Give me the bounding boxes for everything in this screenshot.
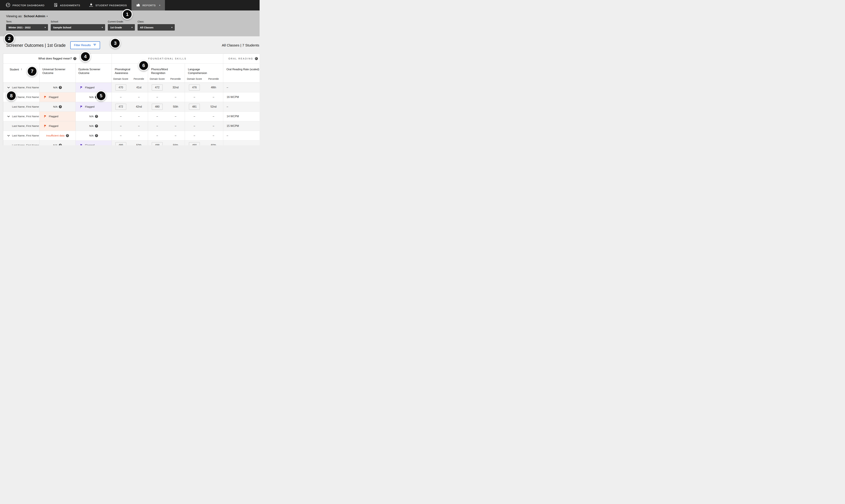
percentile-value: 32nd [166,83,185,92]
oral-reading-value: – [223,131,260,141]
nav-reports[interactable]: REPORTS ▾ [131,0,165,11]
help-icon[interactable]: ? [59,105,62,108]
percentile-value: – [130,92,148,102]
help-icon[interactable]: ? [59,144,62,145]
class-value: All Classes [140,26,154,29]
filter-icon [93,43,96,48]
help-icon[interactable]: ? [255,57,258,60]
annotation-badge-8: 8 [6,91,17,101]
filter-results-button[interactable]: Filter Results [70,41,100,49]
percentile-value: – [204,92,223,102]
nav-label: ASSIGNMENTS [60,4,80,7]
na-label: N/A [53,86,58,89]
student-name: Last Name, First Name [12,144,39,145]
chevron-down-icon: ▾ [47,15,48,17]
grade-select[interactable]: 1st Grade ▾ [108,24,135,31]
domain-score: 490 [189,142,200,145]
annotation-badge-1: 1 [122,9,133,20]
flag-icon [80,86,83,89]
column-header-language: Language Comprehension Domain Score Perc… [185,64,223,83]
screener-outcomes-table: What does flagged mean? ? FOUNDATIONAL S… [3,54,260,145]
student-name: Last Name, First Name [12,105,39,108]
domain-score: 472 [116,104,126,110]
student-name: Last Name, First Name [12,134,39,137]
school-select[interactable]: Sample School ▾ [51,24,105,31]
domain-score: 472 [152,85,162,91]
help-icon[interactable]: ? [95,125,98,127]
percentile-value: – [130,112,148,121]
domain-score-label: Domain Score [148,77,166,80]
annotation-badge-7: 7 [27,66,37,76]
percentile-label: Percentile [130,77,148,80]
assignments-icon [54,3,58,7]
column-header-phonics: Phonics/Word Recognition Domain Score Pe… [148,64,185,83]
chevron-down-icon: ▾ [131,26,133,29]
expand-chevron-icon[interactable] [6,115,10,118]
chevron-down-icon: ▾ [45,26,46,29]
table-row: Last Name, First Name N/A ? Flagged 472 … [3,102,260,112]
nav-label: REPORTS [142,4,156,7]
viewing-as-value: School Admin [24,14,45,18]
na-label: N/A [53,105,58,108]
oral-reading-text: ORAL READING [228,57,253,60]
oral-reading-value: – [223,102,260,112]
oral-reading-value [223,141,260,145]
help-icon[interactable]: ? [95,115,98,118]
percentile-value: – [166,92,185,102]
percentile-value: 52nd [204,102,223,112]
flagged-label: Flagged [49,95,58,98]
oral-reading-value: 15 WCPM [223,121,260,131]
flagged-label: Flagged [85,144,94,145]
domain-score-label: Domain Score [185,77,204,80]
chevron-down-icon: ▾ [159,4,160,6]
domain-score: – [148,92,166,102]
percentile-label: Percentile [166,77,185,80]
oral-reading-header: ORAL READING ? [223,54,260,64]
domain-score: – [185,121,204,131]
domain-score: 476 [189,85,200,91]
expand-chevron-icon[interactable] [6,86,10,89]
student-name: Last Name, First Name [12,86,39,89]
domain-score: – [185,131,204,141]
term-value: Winter 2021 - 2022 [8,26,31,29]
term-label: Term: [6,20,48,23]
password-stars: **** [89,6,93,8]
class-student-summary: All Classes | 7 Students [222,43,260,47]
na-label: N/A [89,95,94,98]
domain-score-label: Domain Score [112,77,130,80]
viewing-as-selector[interactable]: Viewing as: School Admin ▾ [6,11,48,18]
annotation-badge-6: 6 [138,60,149,71]
nav-proctor-dashboard[interactable]: PROCTOR DASHBOARD [0,0,49,11]
flagged-label: Flagged [85,86,94,89]
percentile-value: 42nd [130,102,148,112]
chevron-down-icon: ▾ [171,26,172,29]
annotation-badge-2: 2 [4,33,15,44]
percentile-value: 60th [204,141,223,145]
percentile-value: – [166,121,185,131]
annotation-badge-5: 5 [96,91,106,101]
page-title: Screener Outcomes | 1st Grade [6,43,66,48]
annotation-badge-4: 4 [80,51,91,62]
help-icon[interactable]: ? [59,86,62,89]
reports-chart-icon [136,3,140,7]
nav-label: STUDENT PASSWORDS [95,4,127,7]
percentile-value: 41st [130,83,148,92]
grade-value: 1st Grade [110,26,122,29]
na-label: N/A [89,125,94,127]
class-select[interactable]: All Classes ▾ [138,24,175,31]
na-label: N/A [53,144,58,145]
student-name: Last Name, First Name [12,125,39,127]
nav-assignments[interactable]: ASSIGNMENTS [49,0,85,11]
help-icon[interactable]: ? [95,134,98,137]
domain-score: 489 [116,142,126,145]
percentile-value: 48th [204,83,223,92]
nav-student-passwords[interactable]: **** STUDENT PASSWORDS [85,0,131,11]
percentile-value: – [204,121,223,131]
domain-score: – [112,121,130,131]
expand-chevron-icon[interactable] [6,134,10,137]
help-icon[interactable]: ? [66,134,69,137]
domain-score: 481 [189,104,200,110]
term-select[interactable]: Winter 2021 - 2022 ▾ [6,24,48,31]
percentile-label: Percentile [204,77,223,80]
help-icon[interactable]: ? [73,57,76,60]
